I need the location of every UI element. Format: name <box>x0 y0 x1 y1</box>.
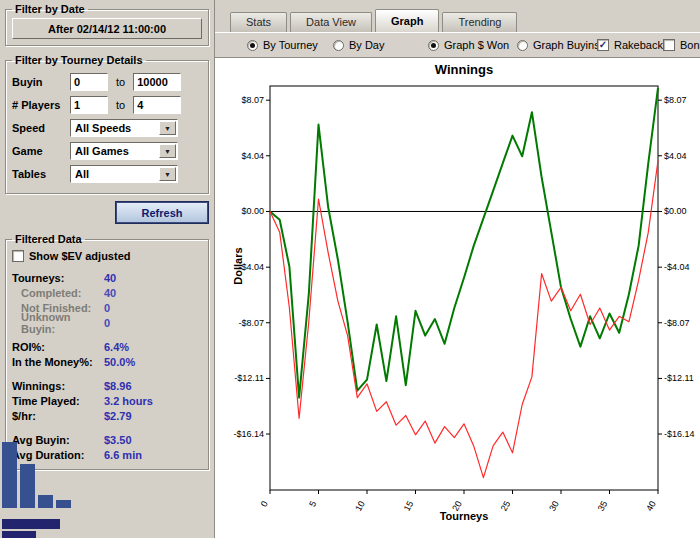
filtered-data-title: Filtered Data <box>12 233 85 245</box>
checkbox-icon[interactable]: ✓ <box>597 39 609 51</box>
tab-graph[interactable]: Graph <box>375 9 439 32</box>
app-window: Filter by Date After 02/14/12 11:00:00 F… <box>0 0 700 538</box>
speed-dropdown[interactable]: All Speeds ▼ <box>70 119 178 137</box>
filtered-data-group: Filtered Data ✓ Show $EV adjusted Tourne… <box>5 233 209 470</box>
tab-label: Graph <box>391 15 423 27</box>
y-tick-label-right: -$4.04 <box>664 262 690 272</box>
stat-value: $8.96 <box>104 380 132 392</box>
stat-label: Unknown Buyin: <box>12 311 104 335</box>
stat-label: Time Played: <box>12 395 104 407</box>
tab-label: Stats <box>246 16 271 28</box>
game-dropdown[interactable]: All Games ▼ <box>70 142 178 160</box>
checkbox-icon[interactable]: ✓ <box>12 250 24 262</box>
game-dropdown-value: All Games <box>75 145 129 157</box>
y-tick-label-right: $8.07 <box>664 95 687 105</box>
radio-icon[interactable] <box>428 40 439 51</box>
stat-row-winnings: Winnings: $8.96 <box>12 379 202 393</box>
radio-graph-won[interactable]: Graph $ Won <box>428 39 509 51</box>
tab-stats[interactable]: Stats <box>230 12 287 32</box>
clipped-histogram-label <box>2 519 60 529</box>
stat-label: Tourneys: <box>12 272 104 284</box>
radio-by-tourney[interactable]: By Tourney <box>247 39 318 51</box>
y-tick-label-right: $4.04 <box>664 151 687 161</box>
plot-frame <box>270 86 658 490</box>
show-ev-checkbox[interactable]: ✓ Show $EV adjusted <box>12 250 202 262</box>
players-from-input[interactable] <box>70 96 108 114</box>
radio-icon[interactable] <box>247 40 258 51</box>
bonus-checkbox[interactable]: ✓ Bonus <box>663 39 700 51</box>
stat-row-time-played: Time Played: 3.2 hours <box>12 394 202 408</box>
stat-label: Completed: <box>12 287 104 299</box>
radio-label: Graph Buyins <box>533 39 600 51</box>
radio-label: By Tourney <box>263 39 318 51</box>
radio-label: Graph $ Won <box>444 39 509 51</box>
stat-value: 6.4% <box>104 341 129 353</box>
graph-controls-bar: By Tourney By Day Graph $ Won Graph Buyi… <box>215 32 700 58</box>
tab-label: Trending <box>458 16 501 28</box>
histogram-bar <box>20 464 35 508</box>
rakeback-checkbox[interactable]: ✓ Rakeback <box>597 39 663 51</box>
buyin-from-input[interactable] <box>70 73 108 91</box>
chevron-down-icon[interactable]: ▼ <box>159 121 176 135</box>
stat-value: 40 <box>104 287 116 299</box>
histogram-bar <box>38 495 53 508</box>
buyin-label: Buyin <box>12 76 70 88</box>
buyin-to-label: to <box>116 76 125 88</box>
players-to-input[interactable] <box>133 96 181 114</box>
chevron-down-icon[interactable]: ▼ <box>159 167 176 181</box>
filter-by-date-group: Filter by Date After 02/14/12 11:00:00 <box>5 3 209 46</box>
y-tick-label: $4.04 <box>241 151 264 161</box>
players-label: # Players <box>12 99 70 111</box>
tab-bar: Stats Data View Graph Trending <box>215 0 700 32</box>
tables-dropdown[interactable]: All ▼ <box>70 165 178 183</box>
radio-graph-buyins[interactable]: Graph Buyins <box>517 39 600 51</box>
tab-label: Data View <box>306 16 356 28</box>
y-tick-label: $8.07 <box>241 95 264 105</box>
chart-x-axis-label: Tourneys <box>270 510 658 522</box>
x-tick-label: 0 <box>259 499 270 508</box>
histogram-bar <box>2 442 17 508</box>
stat-value: 6.6 min <box>104 449 142 461</box>
y-tick-label: -$16.14 <box>233 429 264 439</box>
y-tick-label-right: $0.00 <box>664 206 687 216</box>
y-tick-label: -$4.04 <box>238 262 264 272</box>
chevron-down-icon[interactable]: ▼ <box>159 144 176 158</box>
stat-value: 40 <box>104 272 116 284</box>
radio-icon[interactable] <box>517 40 528 51</box>
stat-row-completed: Completed: 40 <box>12 286 202 300</box>
show-ev-label: Show $EV adjusted <box>29 250 130 262</box>
tables-row: Tables All ▼ <box>12 164 202 184</box>
stat-row-per-hour: $/hr: $2.79 <box>12 409 202 423</box>
radio-icon[interactable] <box>333 40 344 51</box>
buyin-histogram <box>2 438 71 508</box>
tables-dropdown-value: All <box>75 168 89 180</box>
stat-row-itm: In the Money%: 50.0% <box>12 355 202 369</box>
date-filter-button[interactable]: After 02/14/12 11:00:00 <box>12 18 202 39</box>
checkbox-label: Bonus <box>680 39 700 51</box>
y-tick-label-right: -$8.07 <box>664 318 690 328</box>
y-tick-label: -$8.07 <box>238 318 264 328</box>
buyin-to-input[interactable] <box>133 73 181 91</box>
filter-details-title: Filter by Tourney Details <box>12 54 146 66</box>
radio-by-day[interactable]: By Day <box>333 39 384 51</box>
buyin-row: Buyin to <box>12 72 202 92</box>
game-label: Game <box>12 145 70 157</box>
tab-data-view[interactable]: Data View <box>290 12 372 32</box>
main-area: Stats Data View Graph Trending By Tourne… <box>215 0 700 538</box>
filter-details-group: Filter by Tourney Details Buyin to # Pla… <box>5 54 209 194</box>
speed-row: Speed All Speeds ▼ <box>12 118 202 138</box>
histogram-bar <box>56 500 71 508</box>
stat-label: Winnings: <box>12 380 104 392</box>
tab-trending[interactable]: Trending <box>442 12 517 32</box>
stat-row-roi: ROI%: 6.4% <box>12 340 202 354</box>
checkbox-icon[interactable]: ✓ <box>663 39 675 51</box>
game-row: Game All Games ▼ <box>12 141 202 161</box>
stat-value: 0 <box>104 302 110 314</box>
stat-label: In the Money%: <box>12 356 104 368</box>
speed-label: Speed <box>12 122 70 134</box>
stat-value: $2.79 <box>104 410 132 422</box>
stat-label: ROI%: <box>12 341 104 353</box>
players-row: # Players to <box>12 95 202 115</box>
y-tick-label-right: -$16.14 <box>664 429 695 439</box>
refresh-button[interactable]: Refresh <box>116 202 208 223</box>
